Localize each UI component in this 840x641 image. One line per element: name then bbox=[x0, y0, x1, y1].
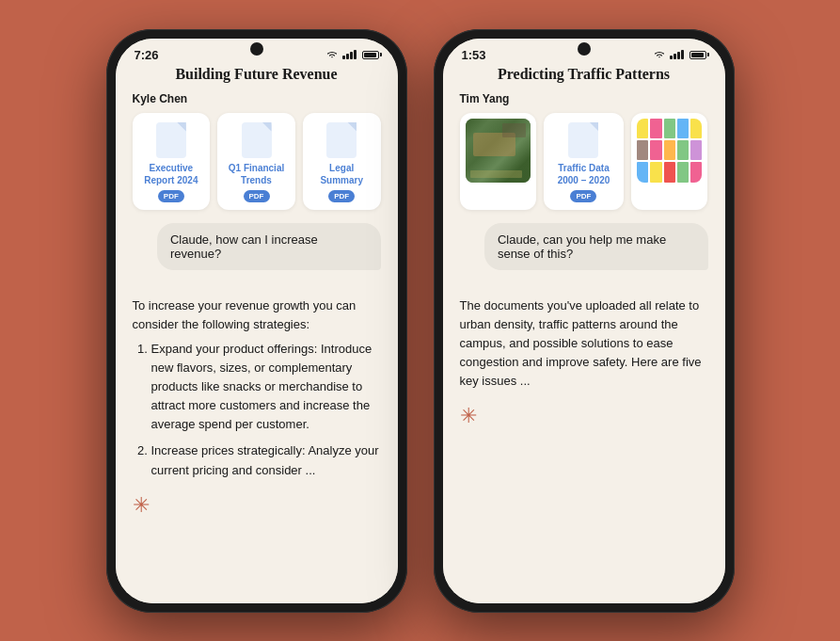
ai-list-item-1: Expand your product offerings: Introduce… bbox=[151, 340, 381, 435]
file-card-text-legal: LegalSummary bbox=[320, 162, 363, 186]
status-time-1: 7:26 bbox=[135, 48, 159, 62]
bar-2-2 bbox=[674, 54, 676, 59]
claude-icon-1: ✳ bbox=[133, 493, 381, 518]
bar-3 bbox=[350, 52, 353, 59]
bar-2-3 bbox=[677, 52, 680, 59]
status-icons-2 bbox=[653, 50, 706, 59]
bar-2 bbox=[346, 54, 349, 59]
phone-2-screen: 1:53 bbox=[443, 39, 725, 603]
bar-1 bbox=[342, 56, 345, 59]
file-card-text-q1: Q1 FinancialTrends bbox=[229, 162, 284, 186]
page-title-1: Building Future Revenue bbox=[133, 66, 381, 83]
battery-2 bbox=[689, 51, 706, 59]
battery-fill-2 bbox=[691, 53, 705, 57]
ai-list-1: Expand your product offerings: Introduce… bbox=[133, 340, 381, 480]
file-cards-2: Traffic Data2000 – 2020 PDF bbox=[460, 113, 708, 210]
pdf-badge-q1: PDF bbox=[244, 190, 270, 202]
bubble-container-1: Claude, how can I increase revenue? bbox=[133, 223, 381, 283]
phone-1-screen: 7:26 bbox=[116, 39, 398, 603]
file-card-sticky[interactable] bbox=[631, 113, 707, 210]
battery-fill-1 bbox=[364, 53, 377, 57]
file-card-legal[interactable]: LegalSummary PDF bbox=[303, 113, 381, 210]
aerial-image-thumb bbox=[466, 119, 531, 183]
bar-2-1 bbox=[670, 56, 673, 59]
screen-content-1[interactable]: Building Future Revenue Kyle Chen Execut… bbox=[116, 66, 398, 603]
file-card-text-traffic: Traffic Data2000 – 2020 bbox=[558, 162, 610, 186]
sticky-image-thumb bbox=[637, 119, 702, 183]
status-icons-1 bbox=[325, 50, 379, 59]
page-title-2: Predicting Traffic Patterns bbox=[460, 66, 708, 83]
ai-response-1: To increase your revenue growth you can … bbox=[133, 296, 381, 480]
bubble-container-2: Claude, can you help me make sense of th… bbox=[460, 223, 708, 283]
bar-4 bbox=[354, 50, 357, 59]
file-card-aerial[interactable] bbox=[460, 113, 536, 210]
user-bubble-2: Claude, can you help me make sense of th… bbox=[484, 223, 708, 270]
pdf-badge-traffic: PDF bbox=[570, 190, 596, 202]
doc-icon-legal bbox=[326, 122, 357, 158]
phones-container: 7:26 bbox=[87, 10, 753, 632]
file-card-exec[interactable]: ExecutiveReport 2024 PDF bbox=[133, 113, 211, 210]
doc-icon-exec bbox=[156, 122, 186, 158]
ai-text-2: The documents you've uploaded all relate… bbox=[460, 296, 708, 392]
battery-1 bbox=[362, 51, 379, 59]
file-cards-1: ExecutiveReport 2024 PDF Q1 FinancialTre… bbox=[133, 113, 381, 210]
pdf-badge-exec: PDF bbox=[158, 190, 184, 202]
wifi-icon-1 bbox=[325, 50, 339, 59]
phone-1: 7:26 bbox=[106, 29, 407, 613]
user-name-2: Tim Yang bbox=[460, 92, 708, 105]
doc-icon-traffic bbox=[568, 122, 598, 158]
screen-content-2[interactable]: Predicting Traffic Patterns Tim Yang bbox=[443, 66, 725, 603]
ai-list-item-2: Increase prices strategically: Analyze y… bbox=[151, 441, 381, 479]
signal-bars-1 bbox=[342, 50, 357, 59]
file-card-q1[interactable]: Q1 FinancialTrends PDF bbox=[217, 113, 295, 210]
user-name-1: Kyle Chen bbox=[133, 92, 381, 105]
signal-bars-2 bbox=[670, 50, 684, 59]
wifi-icon-2 bbox=[653, 50, 666, 59]
bar-2-4 bbox=[681, 50, 684, 59]
pdf-badge-legal: PDF bbox=[328, 190, 355, 202]
user-bubble-1: Claude, how can I increase revenue? bbox=[157, 223, 381, 270]
file-card-text-exec: ExecutiveReport 2024 bbox=[144, 162, 198, 186]
phone-2: 1:53 bbox=[434, 29, 735, 613]
ai-intro-1: To increase your revenue growth you can … bbox=[133, 296, 381, 334]
doc-icon-q1 bbox=[242, 122, 272, 158]
claude-icon-2: ✳ bbox=[460, 404, 708, 428]
file-card-traffic[interactable]: Traffic Data2000 – 2020 PDF bbox=[544, 113, 624, 210]
camera-notch-1 bbox=[250, 42, 263, 56]
ai-response-2: The documents you've uploaded all relate… bbox=[460, 296, 708, 392]
camera-notch-2 bbox=[578, 42, 591, 56]
status-time-2: 1:53 bbox=[462, 48, 486, 62]
